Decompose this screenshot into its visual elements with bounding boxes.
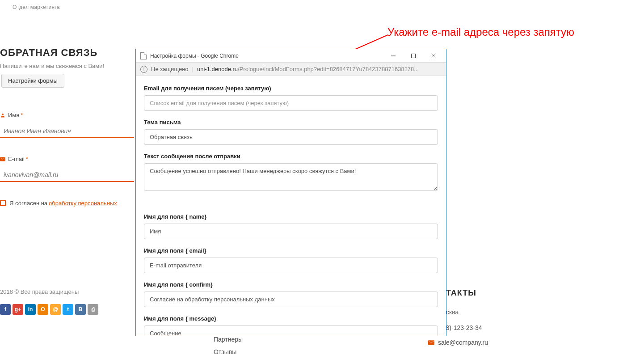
required-asterisk: * [26, 156, 28, 162]
separator: | [192, 66, 194, 72]
popup-window: Настройка формы - Google Chrome i Не защ… [135, 49, 446, 336]
svg-rect-3 [411, 54, 415, 58]
mail-icon [428, 340, 434, 345]
user-icon [0, 113, 5, 118]
document-icon [140, 52, 147, 59]
address-bar[interactable]: i Не защищено | uni-1.denode.ru/Prologue… [136, 63, 446, 76]
mail-icon [0, 157, 5, 161]
success-text-input[interactable] [144, 163, 438, 191]
insecure-label: Не защищено [151, 66, 189, 72]
field-email-label: Имя для поля { email} [144, 247, 438, 254]
window-title: Настройка формы - Google Chrome [150, 53, 383, 59]
odnoklassniki-icon[interactable]: O [38, 304, 48, 315]
consent-checkbox[interactable] [0, 200, 6, 206]
url-text: uni-1.denode.ru/Prologue/incl/ModForms.p… [197, 66, 442, 72]
field-message-input[interactable] [144, 325, 438, 336]
form-settings-button[interactable]: Настройки формы [1, 74, 64, 88]
required-asterisk: * [21, 112, 23, 118]
print-icon[interactable]: ⎙ [88, 304, 98, 315]
field-confirm-label: Имя для поля { confirm} [144, 281, 438, 288]
svg-point-0 [2, 114, 4, 115]
success-text-label: Текст сообщения после отправки [144, 153, 438, 160]
footer-link-reviews[interactable]: Отзывы [214, 346, 243, 355]
moi-mir-icon[interactable]: @ [50, 304, 61, 315]
name-field-label: Имя [8, 112, 19, 118]
window-titlebar: Настройка формы - Google Chrome [136, 49, 446, 63]
subject-label: Тема письма [144, 119, 438, 126]
email-field-label: E-mail [8, 156, 25, 162]
facebook-icon[interactable]: f [0, 304, 11, 315]
minimize-button[interactable] [383, 50, 403, 62]
emails-input[interactable] [144, 95, 438, 111]
field-name-label: Имя для поля { name} [144, 213, 438, 220]
subject-input[interactable] [144, 129, 438, 145]
maximize-button[interactable] [403, 50, 423, 62]
email-input[interactable] [0, 169, 134, 182]
name-input[interactable] [0, 126, 134, 138]
emails-label: Email для получения писем (через запятую… [144, 85, 438, 92]
contacts-city: сква [446, 309, 459, 316]
contacts-heading: ТАКТЫ [446, 288, 476, 298]
field-email-input[interactable] [144, 258, 438, 273]
consent-text: Я согласен на [9, 200, 47, 207]
copyright-text: 2018 © Все права защищены [0, 288, 79, 295]
consent-link[interactable]: обработку персональных [49, 200, 117, 207]
social-icons-row: f g+ in O @ t B ⎙ [0, 304, 98, 315]
page-subtitle: Напишите нам и мы свяжемся с Вами! [0, 63, 104, 69]
field-message-label: Имя для поля { message} [144, 315, 438, 322]
twitter-icon[interactable]: t [63, 304, 73, 315]
contacts-email[interactable]: sale@company.ru [438, 339, 488, 346]
field-confirm-input[interactable] [144, 292, 438, 307]
popup-content[interactable]: Email для получения писем (через запятую… [136, 76, 446, 336]
page-title: ОБРАТНАЯ СВЯЗЬ [0, 47, 97, 59]
field-name-input[interactable] [144, 224, 438, 239]
close-button[interactable] [423, 50, 443, 62]
info-icon[interactable]: i [140, 66, 147, 73]
vkontakte-icon[interactable]: B [75, 304, 86, 315]
annotation-text: Укажите e-mail адреса через запятую [387, 26, 574, 38]
google-plus-icon[interactable]: g+ [13, 304, 23, 315]
linkedin-icon[interactable]: in [25, 304, 36, 315]
department-label: Отдел маркетинга [13, 4, 60, 10]
